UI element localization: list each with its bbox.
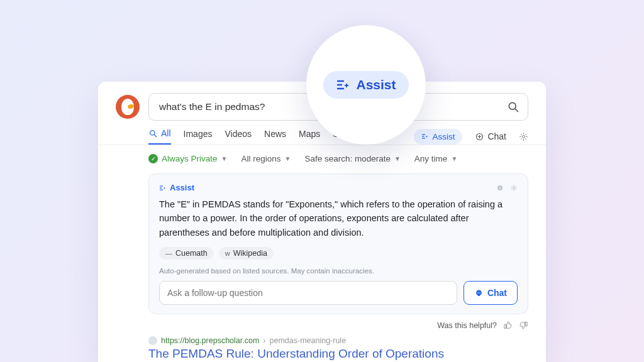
assist-icon — [159, 184, 167, 192]
svg-point-7 — [523, 135, 525, 138]
assist-answer-text: The "E" in PEMDAS stands for "Exponents,… — [159, 197, 518, 239]
helpful-row: Was this helpful? — [148, 321, 528, 330]
source-icon: w — [225, 250, 230, 257]
result-host: https://blog.prepscholar.com — [161, 336, 259, 345]
source-pill-wikipedia[interactable]: w Wikipedia — [219, 247, 274, 260]
chevron-down-icon: ▼ — [451, 155, 457, 162]
breadcrumb-sep: › — [263, 336, 265, 345]
svg-point-11 — [513, 187, 515, 189]
chevron-down-icon: ▼ — [394, 155, 401, 162]
svg-line-3 — [154, 134, 156, 136]
assist-nav-label: Assist — [432, 132, 455, 141]
duckduckgo-logo[interactable] — [116, 95, 140, 119]
svg-point-14 — [479, 292, 479, 293]
gear-icon[interactable] — [519, 132, 528, 141]
filter-region[interactable]: All regions ▼ — [241, 154, 291, 163]
chat-plus-icon — [475, 132, 484, 141]
helpful-label: Was this helpful? — [437, 321, 497, 330]
svg-rect-9 — [500, 187, 501, 190]
tab-all-label: All — [161, 128, 171, 138]
svg-rect-10 — [500, 186, 501, 187]
filter-safesearch[interactable]: Safe search: moderate ▼ — [304, 154, 400, 163]
assist-box-label: Assist — [170, 183, 194, 192]
tab-news[interactable]: News — [264, 129, 286, 144]
assist-nav-button[interactable]: Assist — [414, 129, 462, 145]
svg-line-1 — [515, 109, 518, 111]
tab-all[interactable]: All — [148, 128, 171, 145]
search-result[interactable]: https://blog.prepscholar.com › pemdas-me… — [148, 336, 528, 361]
assist-disclaimer: Auto-generated based on listed sources. … — [159, 267, 518, 275]
gear-small-icon[interactable] — [510, 184, 518, 192]
assist-sparkle-icon — [336, 77, 351, 92]
tab-videos[interactable]: Videos — [225, 129, 252, 144]
thumbs-up-icon[interactable] — [503, 321, 513, 330]
source-pill-cuemath[interactable]: — Cuemath — [159, 247, 214, 260]
assist-answer-box: Assist The "E" in PEMDAS stands for "Exp… — [148, 173, 528, 314]
search-small-icon — [148, 129, 158, 138]
filter-time[interactable]: Any time ▼ — [414, 154, 457, 163]
source-icon: — — [165, 250, 172, 257]
source-label: Wikipedia — [233, 249, 267, 258]
assist-callout-label: Assist — [356, 77, 396, 92]
filter-privacy-label: Always Private — [162, 154, 218, 163]
source-label: Cuemath — [175, 249, 208, 258]
thumbs-down-icon[interactable] — [519, 321, 528, 330]
chevron-down-icon: ▼ — [221, 155, 228, 162]
chat-bubble-icon — [474, 288, 484, 298]
tab-images[interactable]: Images — [184, 129, 213, 144]
info-icon[interactable] — [496, 184, 504, 192]
assist-icon — [421, 133, 429, 140]
chat-button[interactable]: Chat — [464, 281, 518, 305]
assist-callout-pill: Assist — [323, 71, 408, 99]
svg-point-0 — [509, 102, 516, 109]
search-icon[interactable] — [507, 101, 519, 113]
svg-point-13 — [477, 292, 478, 293]
check-badge-icon: ✓ — [148, 154, 158, 163]
favicon-placeholder — [148, 336, 157, 345]
followup-input[interactable] — [159, 281, 457, 305]
svg-point-15 — [480, 292, 480, 293]
tab-maps[interactable]: Maps — [299, 129, 320, 144]
chevron-down-icon: ▼ — [284, 155, 291, 162]
result-path: pemdas-meaning-rule — [270, 336, 347, 345]
chat-button-label: Chat — [487, 288, 507, 298]
filter-privacy[interactable]: ✓ Always Private ▼ — [148, 154, 227, 163]
result-title[interactable]: The PEMDAS Rule: Understanding Order of … — [148, 347, 528, 361]
chat-nav-button[interactable]: Chat — [475, 131, 506, 141]
assist-callout-bubble: Assist — [306, 25, 426, 145]
svg-point-2 — [150, 130, 155, 135]
chat-nav-label: Chat — [487, 131, 506, 141]
